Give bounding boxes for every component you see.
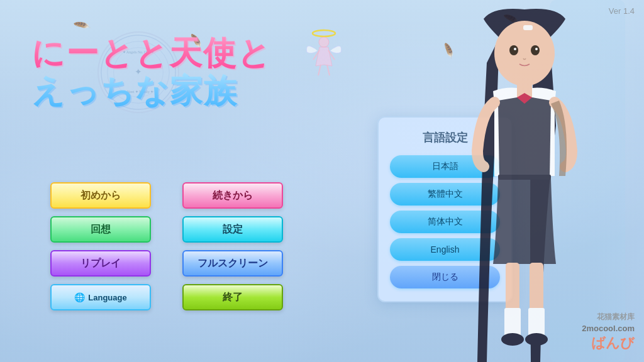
svg-line-10 — [327, 65, 330, 75]
svg-point-27 — [501, 333, 524, 346]
replay-button[interactable]: リプレイ — [50, 250, 151, 277]
svg-line-11 — [318, 65, 321, 75]
svg-point-28 — [525, 333, 548, 346]
language-button[interactable]: 🌐 Language — [50, 284, 151, 310]
recall-button[interactable]: 回想 — [50, 216, 151, 243]
svg-point-7 — [319, 37, 329, 47]
watermark: 花猫素材库 2mocool.com ばんび — [582, 310, 635, 353]
curtain-decoration — [594, 0, 644, 362]
continue-button[interactable]: 続きから — [182, 182, 283, 209]
svg-point-14 — [509, 45, 518, 55]
menu-right: 続きから 設定 フルスクリーン 終了 — [182, 182, 283, 310]
svg-point-16 — [514, 48, 516, 50]
fullscreen-button[interactable]: フルスクリーン — [182, 250, 283, 277]
svg-point-13 — [494, 21, 555, 86]
new-game-button[interactable]: 初めから — [50, 182, 151, 209]
quit-button[interactable]: 終了 — [182, 284, 283, 310]
svg-rect-21 — [517, 97, 532, 179]
svg-point-15 — [531, 45, 540, 55]
watermark-logo: ばんび — [582, 334, 635, 353]
svg-point-6 — [313, 30, 335, 36]
globe-icon: 🌐 — [74, 292, 85, 302]
watermark-site: 花猫素材库 2mocool.com — [582, 310, 635, 334]
angel-mascot — [302, 28, 346, 92]
svg-point-17 — [535, 48, 538, 50]
settings-button[interactable]: 設定 — [182, 216, 283, 243]
svg-rect-22 — [498, 175, 551, 180]
svg-rect-18 — [523, 25, 533, 30]
menu-left: 初めから 回想 リプレイ 🌐 Language — [50, 182, 151, 310]
